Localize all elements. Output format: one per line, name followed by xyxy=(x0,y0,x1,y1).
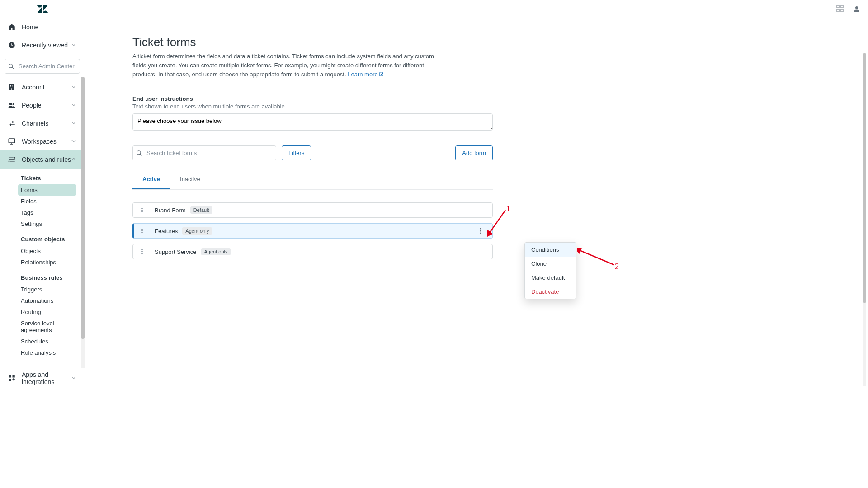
subnav-item-routing[interactable]: Routing xyxy=(18,306,76,318)
subnav-item-sla[interactable]: Service level agreements xyxy=(18,318,76,336)
svg-point-38 xyxy=(480,228,481,230)
svg-point-36 xyxy=(141,232,142,233)
tab-inactive[interactable]: Inactive xyxy=(170,171,210,189)
nav-channels-label: Channels xyxy=(22,120,71,127)
subnav-header-custom-objects: Custom objects xyxy=(21,232,85,245)
subnav-item-rule-analysis[interactable]: Rule analysis xyxy=(18,347,76,358)
form-row[interactable]: Support Service Agent only xyxy=(132,244,493,259)
svg-point-24 xyxy=(137,151,141,155)
dropdown-item-make-default[interactable]: Make default xyxy=(525,271,576,285)
add-form-button[interactable]: Add form xyxy=(455,145,493,160)
apps-icon xyxy=(7,374,16,383)
form-search-input[interactable] xyxy=(132,145,276,160)
svg-point-42 xyxy=(142,249,143,250)
content-scrollbar[interactable] xyxy=(863,53,866,386)
sidebar-search xyxy=(5,59,80,74)
forms-list: Brand Form Default Features Agent only xyxy=(132,202,493,259)
forms-toolbar: Filters Add form xyxy=(132,145,493,160)
subnav-item-tags[interactable]: Tags xyxy=(18,207,76,218)
svg-line-48 xyxy=(580,250,614,265)
subnav-item-triggers[interactable]: Triggers xyxy=(18,284,76,295)
form-badge: Default xyxy=(190,206,212,214)
dropdown-item-deactivate[interactable]: Deactivate xyxy=(525,285,576,299)
nav-recently-viewed-label: Recently viewed xyxy=(22,42,71,49)
svg-point-45 xyxy=(141,253,142,254)
apps-grid-icon[interactable] xyxy=(836,5,844,13)
svg-point-29 xyxy=(142,210,143,211)
svg-point-28 xyxy=(141,210,142,211)
svg-rect-4 xyxy=(10,85,11,86)
nav-objects-and-rules[interactable]: Objects and rules xyxy=(0,150,85,169)
nav-channels[interactable]: Channels xyxy=(0,114,85,132)
nav-apps-integrations[interactable]: Apps and integrations xyxy=(0,366,85,390)
svg-point-27 xyxy=(142,208,143,209)
subnav-item-relationships[interactable]: Relationships xyxy=(18,257,76,268)
content-scrollbar-thumb[interactable] xyxy=(863,53,866,303)
sidebar-scrollbar-thumb[interactable] xyxy=(81,77,85,339)
svg-point-35 xyxy=(142,230,143,231)
subnav-item-settings[interactable]: Settings xyxy=(18,218,76,230)
form-name: Brand Form xyxy=(155,207,186,214)
end-user-instructions-section: End user instructions Text shown to end … xyxy=(132,95,493,132)
monitor-icon xyxy=(7,137,16,146)
nav-workspaces-label: Workspaces xyxy=(22,138,71,145)
user-profile-icon[interactable] xyxy=(853,5,861,13)
instructions-label: End user instructions xyxy=(132,95,493,102)
nav-apps-integrations-label: Apps and integrations xyxy=(22,371,71,385)
row-actions-dropdown: Conditions Clone Make default Deactivate xyxy=(524,242,576,299)
svg-rect-6 xyxy=(10,87,11,88)
svg-rect-21 xyxy=(837,9,839,12)
tab-active[interactable]: Active xyxy=(132,171,170,189)
svg-rect-16 xyxy=(9,375,11,377)
sidebar-search-input[interactable] xyxy=(5,59,80,74)
sidebar-scrollbar[interactable] xyxy=(81,77,85,368)
content: Ticket forms A ticket form determines th… xyxy=(132,18,493,283)
form-row[interactable]: Brand Form Default xyxy=(132,202,493,218)
nav-workspaces[interactable]: Workspaces xyxy=(0,132,85,150)
chevron-down-icon xyxy=(71,84,77,90)
drag-handle-icon[interactable] xyxy=(139,249,145,255)
filters-button[interactable]: Filters xyxy=(282,145,311,160)
svg-point-33 xyxy=(142,229,143,230)
svg-point-9 xyxy=(9,103,12,105)
zendesk-logo-icon xyxy=(37,5,48,13)
search-icon xyxy=(136,150,142,156)
drag-handle-icon[interactable] xyxy=(139,207,145,213)
svg-rect-19 xyxy=(837,5,839,8)
svg-point-43 xyxy=(141,251,142,252)
more-actions-button[interactable] xyxy=(475,225,486,236)
nav-recently-viewed[interactable]: Recently viewed xyxy=(0,36,85,54)
svg-point-46 xyxy=(142,253,143,254)
annotation-arrow-2 xyxy=(577,248,618,268)
subnav-item-forms[interactable]: Forms xyxy=(18,184,76,196)
svg-point-41 xyxy=(141,249,142,250)
dropdown-item-conditions[interactable]: Conditions xyxy=(525,243,576,257)
svg-point-15 xyxy=(9,160,10,162)
form-name: Support Service xyxy=(155,249,197,255)
annotation-label-1: 1 xyxy=(506,204,510,214)
svg-line-25 xyxy=(140,154,142,156)
nav-people-label: People xyxy=(22,102,71,109)
subnav-item-automations[interactable]: Automations xyxy=(18,295,76,306)
learn-more-link[interactable]: Learn more xyxy=(348,71,383,78)
subnav-item-fields[interactable]: Fields xyxy=(18,196,76,207)
nav-people[interactable]: People xyxy=(0,96,85,114)
subnav-item-objects[interactable]: Objects xyxy=(18,245,76,257)
svg-rect-17 xyxy=(13,375,15,377)
svg-point-34 xyxy=(141,230,142,231)
chevron-up-icon xyxy=(71,156,77,163)
nav-account[interactable]: Account xyxy=(0,78,85,96)
nav-home[interactable]: Home xyxy=(0,18,85,36)
annotation-label-2: 2 xyxy=(615,262,619,272)
drag-handle-icon[interactable] xyxy=(139,228,145,234)
logo-area xyxy=(0,0,85,18)
form-row[interactable]: Features Agent only xyxy=(132,223,493,239)
tabs: Active Inactive xyxy=(132,171,493,190)
dropdown-item-clone[interactable]: Clone xyxy=(525,257,576,271)
svg-point-39 xyxy=(480,230,481,232)
instructions-input[interactable] xyxy=(132,113,493,131)
svg-rect-11 xyxy=(9,139,15,143)
svg-point-32 xyxy=(141,229,142,230)
svg-rect-8 xyxy=(11,88,12,90)
subnav-item-schedules[interactable]: Schedules xyxy=(18,336,76,347)
